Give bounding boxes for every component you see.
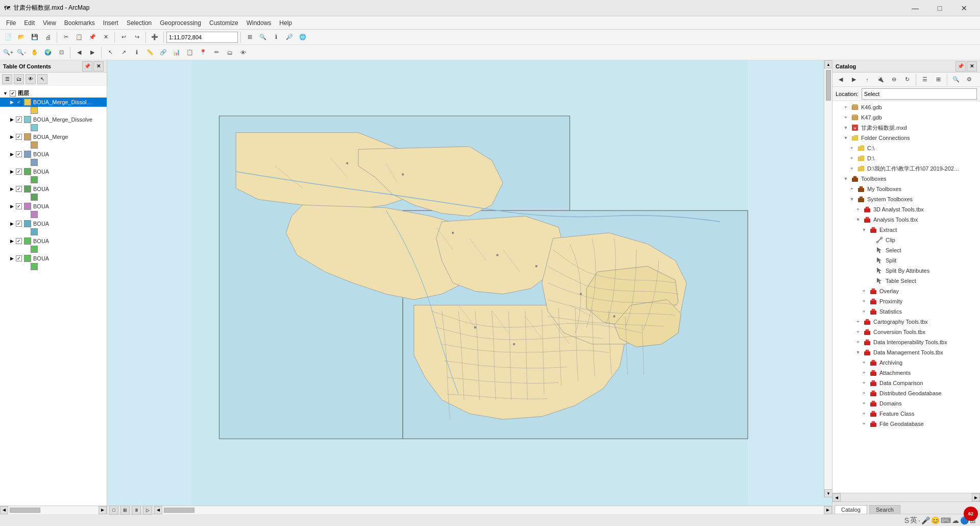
- scroll-right-btn[interactable]: ▶: [99, 506, 107, 514]
- vscroll-thumb[interactable]: [826, 70, 831, 101]
- back-btn[interactable]: ◀: [73, 46, 85, 59]
- layer-btn[interactable]: 🗂: [224, 46, 236, 59]
- cat-item-proximity[interactable]: + Proximity: [832, 296, 980, 306]
- cat-item-conversion[interactable]: + Conversion Tools.tbx: [832, 327, 980, 337]
- add-data-btn[interactable]: ➕: [149, 31, 161, 43]
- cat-item-toolboxes[interactable]: ▼ Toolboxes: [832, 174, 980, 184]
- hyperlink-btn[interactable]: 🔗: [157, 46, 169, 59]
- menu-insert[interactable]: Insert: [99, 18, 122, 28]
- scroll-left-btn[interactable]: ◀: [0, 506, 8, 514]
- hscroll-left-btn[interactable]: ◀: [832, 493, 841, 501]
- zoom-out-btn[interactable]: 🔍-: [15, 46, 28, 59]
- hscroll-thumb[interactable]: [164, 508, 194, 513]
- toc-group-label[interactable]: ▼ 图层: [0, 89, 107, 98]
- redo-btn[interactable]: ↪: [131, 31, 143, 43]
- cat-item-table-select[interactable]: Table Select: [832, 276, 980, 286]
- forward-btn[interactable]: ▶: [86, 46, 99, 59]
- minimize-button[interactable]: —: [903, 0, 927, 16]
- menu-selection[interactable]: Selection: [122, 18, 156, 28]
- cat-item-feature-class[interactable]: + Feature Class: [832, 409, 980, 419]
- toc-close-btn[interactable]: ✕: [93, 61, 104, 71]
- toc-item[interactable]: ▶ BOUA: [0, 254, 107, 263]
- cat-item-data-comparison[interactable]: + Data Comparison: [832, 378, 980, 388]
- delete-btn[interactable]: ✕: [100, 31, 112, 43]
- cat-item-distributed-gdb[interactable]: + Distributed Geodatabase: [832, 388, 980, 398]
- graph-btn[interactable]: 📊: [170, 46, 183, 59]
- paste-btn[interactable]: 📌: [86, 31, 99, 43]
- cat-item-archiving[interactable]: + Archiving: [832, 357, 980, 368]
- cat-item-my-toolboxes[interactable]: + My Toolboxes: [832, 184, 980, 194]
- cat-item-system-toolboxes[interactable]: ▼ System Toolboxes: [832, 194, 980, 204]
- cat-item-k46[interactable]: + K46.gdb: [832, 102, 980, 112]
- html-popup-btn[interactable]: 🌐: [297, 31, 309, 43]
- globe-btn[interactable]: 🌍: [42, 46, 54, 59]
- item-checkbox[interactable]: [16, 203, 22, 209]
- hscroll-right-btn[interactable]: ▶: [824, 506, 832, 514]
- cat-item-split-by-attrs[interactable]: Split By Attributes: [832, 266, 980, 276]
- menu-edit[interactable]: Edit: [20, 18, 39, 28]
- cat-item-interop[interactable]: + Data Interoperability Tools.tbx: [832, 337, 980, 347]
- cat-details-btn[interactable]: ⊞: [932, 74, 944, 86]
- toc-item[interactable]: ▶ BOUA: [0, 184, 107, 194]
- vis-btn[interactable]: 👁: [237, 46, 249, 59]
- cat-item-select[interactable]: Select: [832, 245, 980, 255]
- item-checkbox[interactable]: [16, 151, 22, 157]
- menu-help[interactable]: Help: [275, 18, 296, 28]
- select-btn[interactable]: ↖: [104, 46, 116, 59]
- item-checkbox[interactable]: [16, 186, 22, 192]
- menu-geoprocessing[interactable]: Geoprocessing: [156, 18, 205, 28]
- pause-btn[interactable]: ⏸: [132, 506, 141, 515]
- draw-btn[interactable]: ✏: [210, 46, 223, 59]
- item-checkbox[interactable]: [16, 134, 22, 140]
- cat-item-d[interactable]: + D:\: [832, 153, 980, 163]
- item-checkbox[interactable]: [16, 238, 22, 244]
- copy-btn[interactable]: 📋: [73, 31, 85, 43]
- scroll-thumb[interactable]: [10, 508, 40, 513]
- cat-item-c[interactable]: + C:\: [832, 143, 980, 153]
- toc-item[interactable]: ▶ BOUA: [0, 236, 107, 246]
- pan-btn[interactable]: ✋: [29, 46, 41, 59]
- cat-item-analysis[interactable]: ▼ Analysis Tools.tbx: [832, 214, 980, 225]
- menu-bookmarks[interactable]: Bookmarks: [60, 18, 99, 28]
- cat-item-overlay[interactable]: + Overlay: [832, 286, 980, 296]
- cat-item-3d[interactable]: + 3D Analyst Tools.tbx: [832, 204, 980, 214]
- zoom-full-btn[interactable]: ⊞: [243, 31, 256, 43]
- report-btn[interactable]: 📋: [184, 46, 196, 59]
- toc-select-btn[interactable]: ↖: [37, 74, 47, 84]
- measure-btn[interactable]: 📏: [144, 46, 156, 59]
- hscroll-right-btn[interactable]: ▶: [972, 493, 980, 501]
- cat-refresh-btn[interactable]: ↻: [901, 74, 913, 86]
- cat-search-btn[interactable]: 🔍: [950, 74, 962, 86]
- page-layout-btn[interactable]: □: [109, 506, 118, 515]
- info-btn[interactable]: ℹ: [131, 46, 143, 59]
- close-button[interactable]: ✕: [952, 0, 976, 16]
- location-input[interactable]: Select: [862, 88, 977, 100]
- cat-back-btn[interactable]: ◀: [835, 74, 847, 86]
- item-checkbox[interactable]: [16, 116, 22, 123]
- zoom-in-btn[interactable]: 🔍+: [2, 46, 14, 59]
- toc-item[interactable]: ▶ BOUA_Merge_Dissolve: [0, 115, 107, 124]
- item-checkbox[interactable]: [16, 99, 22, 105]
- open-btn[interactable]: 📂: [15, 31, 28, 43]
- toc-item[interactable]: ▶ BOUA: [0, 219, 107, 228]
- scale-box[interactable]: 1:11,072,804: [166, 32, 238, 43]
- toc-item[interactable]: ▶ BOUA: [0, 167, 107, 176]
- cat-forward-btn[interactable]: ▶: [848, 74, 860, 86]
- toc-pin-btn[interactable]: 📌: [82, 61, 92, 71]
- cat-item-dwork[interactable]: + D:\我的工作\教学工作\07 2019-2020第...: [832, 163, 965, 174]
- cat-disconnect-btn[interactable]: ⊖: [888, 74, 900, 86]
- vscroll-up-btn[interactable]: ▲: [824, 60, 832, 68]
- new-btn[interactable]: 📄: [2, 31, 14, 43]
- menu-view[interactable]: View: [39, 18, 60, 28]
- menu-file[interactable]: File: [2, 18, 20, 28]
- toc-visibility-btn[interactable]: 👁: [26, 74, 36, 84]
- toc-item[interactable]: ▶ BOUA: [0, 150, 107, 159]
- print-btn[interactable]: 🖨: [42, 31, 54, 43]
- cat-connect-btn[interactable]: 🔌: [874, 74, 887, 86]
- cat-item-statistics[interactable]: + Statistics: [832, 306, 980, 317]
- map-area[interactable]: ▲ ▼: [107, 60, 832, 506]
- vscroll-down-btn[interactable]: ▼: [824, 489, 832, 497]
- toc-item[interactable]: ▶ BOUA_Merge: [0, 132, 107, 141]
- cat-item-mxd[interactable]: ▼ M 甘肃分幅数据.mxd: [832, 123, 980, 133]
- cat-item-data-mgmt[interactable]: ▼ Data Management Tools.tbx: [832, 347, 980, 357]
